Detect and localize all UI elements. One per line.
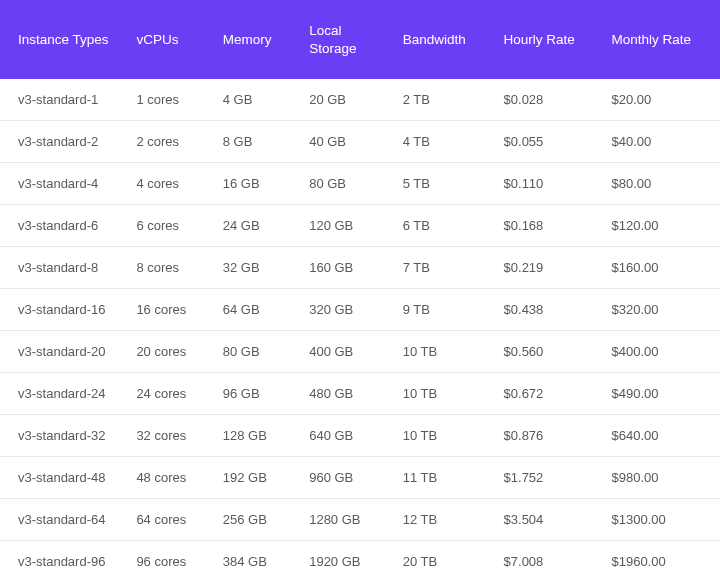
cell-hourly: $0.219 <box>490 247 598 289</box>
cell-bandwidth: 10 TB <box>389 415 490 457</box>
cell-bandwidth: 7 TB <box>389 247 490 289</box>
cell-hourly: $0.876 <box>490 415 598 457</box>
cell-storage: 640 GB <box>295 415 389 457</box>
cell-monthly: $400.00 <box>598 331 720 373</box>
cell-storage: 160 GB <box>295 247 389 289</box>
cell-memory: 4 GB <box>209 79 295 121</box>
cell-bandwidth: 4 TB <box>389 121 490 163</box>
cell-instance: v3-standard-64 <box>0 499 122 541</box>
cell-hourly: $0.560 <box>490 331 598 373</box>
table-row: v3-standard-3232 cores128 GB640 GB10 TB$… <box>0 415 720 457</box>
cell-instance: v3-standard-96 <box>0 541 122 580</box>
cell-bandwidth: 10 TB <box>389 331 490 373</box>
cell-monthly: $80.00 <box>598 163 720 205</box>
cell-hourly: $0.055 <box>490 121 598 163</box>
cell-monthly: $320.00 <box>598 289 720 331</box>
cell-vcpus: 20 cores <box>122 331 208 373</box>
table-row: v3-standard-2424 cores96 GB480 GB10 TB$0… <box>0 373 720 415</box>
cell-monthly: $40.00 <box>598 121 720 163</box>
cell-vcpus: 8 cores <box>122 247 208 289</box>
header-instance: Instance Types <box>0 0 122 79</box>
cell-vcpus: 64 cores <box>122 499 208 541</box>
cell-storage: 80 GB <box>295 163 389 205</box>
header-hourly: Hourly Rate <box>490 0 598 79</box>
cell-monthly: $160.00 <box>598 247 720 289</box>
cell-storage: 480 GB <box>295 373 389 415</box>
cell-instance: v3-standard-24 <box>0 373 122 415</box>
table-row: v3-standard-66 cores24 GB120 GB6 TB$0.16… <box>0 205 720 247</box>
table-row: v3-standard-1616 cores64 GB320 GB9 TB$0.… <box>0 289 720 331</box>
header-monthly: Monthly Rate <box>598 0 720 79</box>
cell-monthly: $120.00 <box>598 205 720 247</box>
header-memory: Memory <box>209 0 295 79</box>
cell-vcpus: 96 cores <box>122 541 208 580</box>
cell-memory: 80 GB <box>209 331 295 373</box>
cell-hourly: $0.110 <box>490 163 598 205</box>
cell-instance: v3-standard-4 <box>0 163 122 205</box>
cell-vcpus: 4 cores <box>122 163 208 205</box>
table-row: v3-standard-6464 cores256 GB1280 GB12 TB… <box>0 499 720 541</box>
cell-storage: 400 GB <box>295 331 389 373</box>
cell-monthly: $640.00 <box>598 415 720 457</box>
cell-memory: 128 GB <box>209 415 295 457</box>
cell-memory: 8 GB <box>209 121 295 163</box>
pricing-table: Instance Types vCPUs Memory Local Storag… <box>0 0 720 580</box>
cell-instance: v3-standard-6 <box>0 205 122 247</box>
table-body: v3-standard-11 cores4 GB20 GB2 TB$0.028$… <box>0 79 720 580</box>
cell-vcpus: 6 cores <box>122 205 208 247</box>
cell-memory: 256 GB <box>209 499 295 541</box>
cell-vcpus: 24 cores <box>122 373 208 415</box>
cell-hourly: $7.008 <box>490 541 598 580</box>
cell-memory: 24 GB <box>209 205 295 247</box>
cell-instance: v3-standard-20 <box>0 331 122 373</box>
cell-hourly: $0.028 <box>490 79 598 121</box>
table-row: v3-standard-9696 cores384 GB1920 GB20 TB… <box>0 541 720 580</box>
cell-memory: 16 GB <box>209 163 295 205</box>
cell-instance: v3-standard-1 <box>0 79 122 121</box>
cell-bandwidth: 9 TB <box>389 289 490 331</box>
cell-hourly: $0.672 <box>490 373 598 415</box>
cell-instance: v3-standard-32 <box>0 415 122 457</box>
cell-bandwidth: 2 TB <box>389 79 490 121</box>
header-vcpus: vCPUs <box>122 0 208 79</box>
cell-bandwidth: 20 TB <box>389 541 490 580</box>
cell-monthly: $980.00 <box>598 457 720 499</box>
cell-hourly: $1.752 <box>490 457 598 499</box>
cell-bandwidth: 5 TB <box>389 163 490 205</box>
cell-hourly: $3.504 <box>490 499 598 541</box>
cell-monthly: $1300.00 <box>598 499 720 541</box>
cell-instance: v3-standard-16 <box>0 289 122 331</box>
header-bandwidth: Bandwidth <box>389 0 490 79</box>
cell-vcpus: 32 cores <box>122 415 208 457</box>
cell-storage: 320 GB <box>295 289 389 331</box>
cell-vcpus: 16 cores <box>122 289 208 331</box>
header-storage: Local Storage <box>295 0 389 79</box>
cell-vcpus: 48 cores <box>122 457 208 499</box>
table-header-row: Instance Types vCPUs Memory Local Storag… <box>0 0 720 79</box>
table-row: v3-standard-22 cores8 GB40 GB4 TB$0.055$… <box>0 121 720 163</box>
table-row: v3-standard-88 cores32 GB160 GB7 TB$0.21… <box>0 247 720 289</box>
cell-hourly: $0.438 <box>490 289 598 331</box>
cell-storage: 120 GB <box>295 205 389 247</box>
cell-storage: 960 GB <box>295 457 389 499</box>
cell-instance: v3-standard-48 <box>0 457 122 499</box>
cell-memory: 384 GB <box>209 541 295 580</box>
table-row: v3-standard-44 cores16 GB80 GB5 TB$0.110… <box>0 163 720 205</box>
cell-bandwidth: 6 TB <box>389 205 490 247</box>
cell-bandwidth: 12 TB <box>389 499 490 541</box>
cell-monthly: $20.00 <box>598 79 720 121</box>
cell-instance: v3-standard-2 <box>0 121 122 163</box>
cell-vcpus: 2 cores <box>122 121 208 163</box>
table-row: v3-standard-2020 cores80 GB400 GB10 TB$0… <box>0 331 720 373</box>
cell-instance: v3-standard-8 <box>0 247 122 289</box>
cell-storage: 1920 GB <box>295 541 389 580</box>
table-row: v3-standard-11 cores4 GB20 GB2 TB$0.028$… <box>0 79 720 121</box>
cell-vcpus: 1 cores <box>122 79 208 121</box>
cell-monthly: $490.00 <box>598 373 720 415</box>
cell-storage: 40 GB <box>295 121 389 163</box>
cell-storage: 1280 GB <box>295 499 389 541</box>
cell-storage: 20 GB <box>295 79 389 121</box>
cell-memory: 192 GB <box>209 457 295 499</box>
cell-memory: 32 GB <box>209 247 295 289</box>
cell-bandwidth: 10 TB <box>389 373 490 415</box>
